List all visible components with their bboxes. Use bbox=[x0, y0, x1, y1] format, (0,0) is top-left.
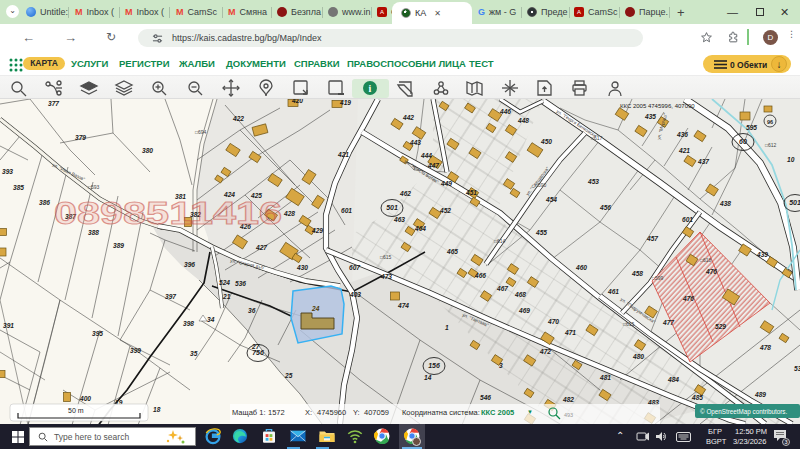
svg-text:461: 461 bbox=[607, 288, 619, 295]
svg-text:546: 546 bbox=[480, 394, 491, 401]
svg-text:444: 444 bbox=[420, 152, 432, 159]
svg-text:377: 377 bbox=[48, 100, 59, 107]
svg-text:484: 484 bbox=[667, 376, 679, 383]
svg-text:469: 469 bbox=[518, 307, 530, 314]
svg-text:456: 456 bbox=[599, 204, 611, 211]
svg-text:□615: □615 bbox=[380, 254, 392, 260]
svg-text:379: 379 bbox=[75, 134, 86, 141]
svg-text:391: 391 bbox=[3, 322, 14, 329]
svg-text:1572: 1572 bbox=[268, 408, 285, 417]
svg-text:380: 380 bbox=[142, 147, 153, 154]
svg-text:156: 156 bbox=[428, 362, 440, 369]
svg-text:397: 397 bbox=[165, 293, 176, 300]
svg-text:462: 462 bbox=[399, 190, 411, 197]
svg-text:10: 10 bbox=[787, 156, 795, 163]
svg-text:393: 393 bbox=[2, 168, 13, 175]
svg-text:Y:: Y: bbox=[353, 408, 360, 417]
svg-text:4745960: 4745960 bbox=[317, 408, 346, 417]
svg-text:446: 446 bbox=[499, 108, 511, 115]
svg-text:24: 24 bbox=[311, 305, 320, 312]
svg-text:□599: □599 bbox=[652, 275, 664, 281]
svg-text:ККС 2005: ККС 2005 bbox=[481, 408, 514, 417]
svg-text:756: 756 bbox=[252, 349, 264, 356]
svg-text:530: 530 bbox=[794, 365, 800, 372]
svg-text:476: 476 bbox=[682, 295, 694, 302]
svg-text:465: 465 bbox=[446, 248, 458, 255]
svg-text:485: 485 bbox=[691, 394, 703, 401]
svg-text:385: 385 bbox=[13, 184, 24, 191]
svg-text:428: 428 bbox=[283, 210, 295, 217]
svg-text:© OpenStreetMap contributor: © OpenStreetMap contributors. bbox=[700, 408, 787, 416]
svg-text:1: 1 bbox=[445, 324, 449, 331]
svg-text:595: 595 bbox=[746, 124, 757, 131]
svg-text:474: 474 bbox=[397, 302, 409, 309]
svg-text:420: 420 bbox=[291, 99, 303, 104]
svg-text:467: 467 bbox=[496, 285, 508, 292]
svg-text:601: 601 bbox=[682, 216, 693, 223]
svg-text:453: 453 bbox=[587, 178, 599, 185]
svg-text:386: 386 bbox=[39, 199, 50, 206]
svg-text:Координатна система:: Координатна система: bbox=[402, 408, 480, 417]
svg-text:□694: □694 bbox=[195, 129, 207, 135]
svg-text:466: 466 bbox=[474, 272, 486, 279]
svg-text:482: 482 bbox=[562, 396, 574, 403]
svg-text:21: 21 bbox=[222, 293, 231, 300]
svg-text:443: 443 bbox=[409, 139, 421, 146]
svg-text:396: 396 bbox=[184, 261, 195, 268]
svg-text:□615: □615 bbox=[623, 321, 635, 327]
svg-text:□593: □593 bbox=[88, 184, 100, 190]
svg-text:493: 493 bbox=[564, 412, 573, 418]
svg-text:601: 601 bbox=[341, 207, 352, 214]
svg-text:0898511416: 0898511416 bbox=[54, 195, 282, 231]
svg-text:464: 464 bbox=[414, 225, 426, 232]
svg-text:439: 439 bbox=[756, 251, 768, 258]
svg-text:398: 398 bbox=[183, 320, 194, 327]
svg-text:477: 477 bbox=[662, 319, 674, 326]
svg-text:34: 34 bbox=[207, 316, 215, 323]
svg-text:452: 452 bbox=[439, 207, 451, 214]
svg-text:403: 403 bbox=[349, 291, 361, 298]
svg-text:442: 442 bbox=[402, 114, 414, 121]
svg-text:489: 489 bbox=[754, 391, 766, 398]
svg-text:ККС 2005 4745996, 407090: ККС 2005 4745996, 407090 bbox=[620, 103, 695, 109]
svg-text:438: 438 bbox=[719, 200, 731, 207]
svg-text:455: 455 bbox=[535, 229, 547, 236]
svg-text:i: i bbox=[369, 83, 372, 94]
svg-text:450: 450 bbox=[540, 138, 552, 145]
svg-text:451: 451 bbox=[465, 189, 477, 196]
svg-text:480: 480 bbox=[632, 353, 644, 360]
svg-text:447: 447 bbox=[427, 162, 439, 169]
svg-text:435: 435 bbox=[644, 113, 656, 120]
svg-text:472: 472 bbox=[539, 348, 551, 355]
svg-text:36: 36 bbox=[248, 307, 256, 314]
svg-text:X:: X: bbox=[305, 408, 312, 417]
svg-text:35: 35 bbox=[190, 350, 198, 357]
svg-text:501: 501 bbox=[386, 204, 398, 211]
svg-text:399: 399 bbox=[130, 347, 141, 354]
svg-text:▼: ▼ bbox=[527, 409, 533, 415]
svg-text:389: 389 bbox=[113, 242, 124, 249]
svg-text:421: 421 bbox=[678, 147, 690, 154]
svg-text:449: 449 bbox=[440, 180, 452, 187]
svg-text:473: 473 bbox=[380, 273, 392, 280]
svg-text:Мащаб 1:: Мащаб 1: bbox=[232, 408, 265, 417]
svg-text:419: 419 bbox=[339, 99, 351, 106]
svg-text:448: 448 bbox=[517, 117, 529, 124]
svg-text:□618: □618 bbox=[700, 257, 712, 263]
svg-text:421: 421 bbox=[337, 151, 349, 158]
svg-text:454: 454 bbox=[545, 196, 557, 203]
svg-text:427: 427 bbox=[255, 244, 267, 251]
svg-text:14: 14 bbox=[424, 374, 432, 381]
svg-text:476: 476 bbox=[705, 268, 717, 275]
svg-text:60: 60 bbox=[739, 138, 747, 145]
svg-text:457: 457 bbox=[646, 235, 658, 242]
svg-text:429: 429 bbox=[311, 227, 323, 234]
svg-text:437: 437 bbox=[697, 158, 709, 165]
svg-text:□614: □614 bbox=[494, 238, 506, 244]
svg-text:436: 436 bbox=[676, 131, 688, 138]
svg-text:□612: □612 bbox=[765, 142, 777, 148]
svg-text:25: 25 bbox=[284, 372, 293, 379]
svg-text:463: 463 bbox=[393, 216, 405, 223]
svg-text:478: 478 bbox=[759, 344, 771, 351]
svg-text:18: 18 bbox=[153, 406, 161, 413]
